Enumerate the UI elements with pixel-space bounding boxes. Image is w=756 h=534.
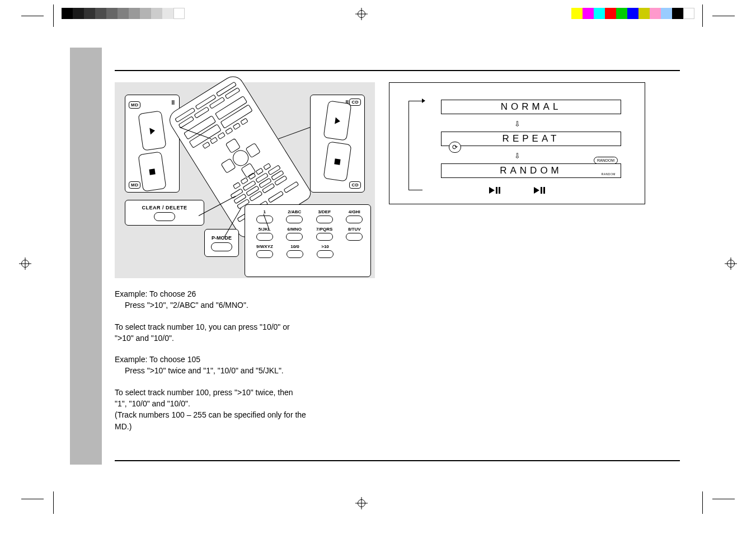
- crop-mark: [712, 16, 735, 16]
- cd-buttons-callout: CD II CD: [310, 95, 365, 193]
- cd-chip: CD: [349, 99, 361, 106]
- random-annotation: RANDOM: [602, 172, 616, 176]
- crop-mark: [53, 491, 54, 514]
- cd-play-pause-button: [323, 100, 352, 140]
- play-pause-icon: [489, 187, 500, 194]
- md-stop-button: [138, 151, 167, 191]
- note-track10: To select track number 10, you can press…: [115, 321, 375, 344]
- crop-mark: [712, 499, 735, 499]
- pmode-button-icon: [211, 242, 232, 251]
- md-chip: MD: [129, 101, 140, 109]
- page-sidebar: [70, 48, 102, 465]
- clear-delete-button-icon: [154, 212, 175, 221]
- registration-mark: [19, 257, 31, 270]
- arrow-down-icon: [408, 120, 626, 128]
- mode-repeat: REPEAT: [441, 132, 621, 146]
- key-9: 9/WXYZ: [256, 244, 273, 249]
- play-mode-diagram: NORMAL REPEAT ⟳ RANDOM RANDOM RANDOM: [389, 82, 645, 204]
- key-3: 3/DEF: [318, 209, 331, 214]
- remote-diagram: MD II MD CD II CD: [115, 82, 375, 278]
- example-26: Example: To choose 26 Press ">10", "2/AB…: [115, 288, 375, 311]
- key-8: 8/TUV: [348, 227, 361, 232]
- md-play-pause-button: [138, 110, 167, 151]
- pmode-label: P-MODE: [212, 235, 232, 241]
- md-buttons-callout: MD II MD: [125, 95, 180, 193]
- arrow-down-icon: [408, 152, 626, 160]
- crop-mark: [53, 4, 54, 27]
- crop-mark: [21, 16, 44, 16]
- md-chip: MD: [129, 181, 140, 189]
- cd-stop-button: [323, 141, 352, 181]
- random-bubble: RANDOM: [594, 157, 618, 164]
- mode-random: RANDOM: [441, 163, 621, 178]
- pmode-callout: P-MODE: [204, 229, 239, 257]
- note-track100: To select track number 100, press ">10" …: [115, 387, 375, 432]
- key-7: 7/PQRS: [316, 227, 332, 232]
- key-4: 4/GHI: [349, 209, 360, 214]
- registration-mark: [355, 8, 368, 20]
- play-pause-icon: [534, 187, 545, 194]
- example-105: Example: To choose 105 Press ">10" twice…: [115, 354, 375, 377]
- key-6: 6/MNO: [288, 227, 302, 232]
- registration-mark: [725, 257, 737, 270]
- clear-delete-label: CLEAR / DELETE: [142, 205, 187, 210]
- grayscale-colorbar: [62, 8, 185, 19]
- crop-mark: [702, 491, 703, 514]
- registration-mark: [355, 497, 368, 509]
- cmyk-colorbar: [571, 8, 694, 19]
- pause-icon: II: [171, 100, 175, 106]
- page-content: MD II MD CD II CD: [115, 70, 680, 461]
- key-10: 10/0: [290, 244, 299, 249]
- mode-normal: NORMAL: [441, 100, 621, 114]
- cd-chip: CD: [349, 181, 361, 189]
- repeat-bubble-icon: ⟳: [449, 142, 461, 153]
- clear-delete-callout: CLEAR / DELETE: [125, 200, 204, 226]
- key-2: 2/ABC: [288, 209, 301, 214]
- key-over10: >10: [321, 244, 329, 249]
- crop-mark: [21, 499, 44, 499]
- crop-mark: [702, 4, 703, 27]
